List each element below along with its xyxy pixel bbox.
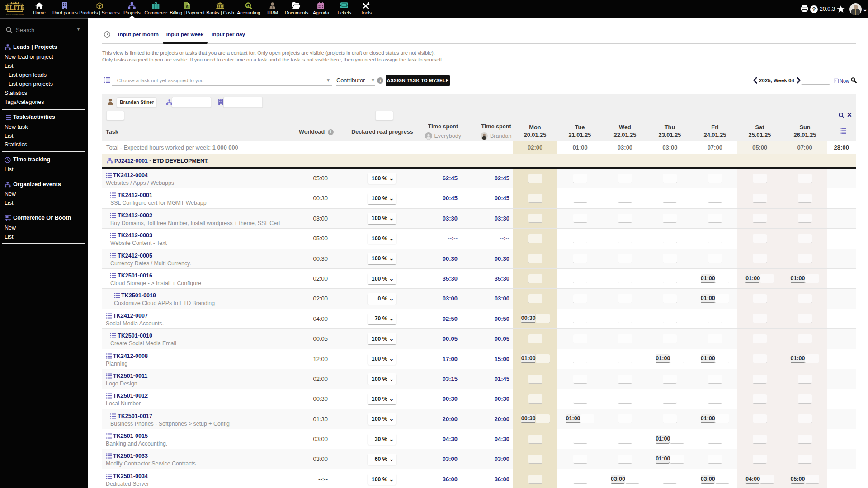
- svg-text:ELITE TECH DESIGNS: ELITE TECH DESIGNS: [6, 14, 24, 15]
- svg-text:$: $: [247, 4, 249, 8]
- svg-text:ELITE: ELITE: [5, 5, 25, 11]
- svg-text:$: $: [186, 5, 189, 9]
